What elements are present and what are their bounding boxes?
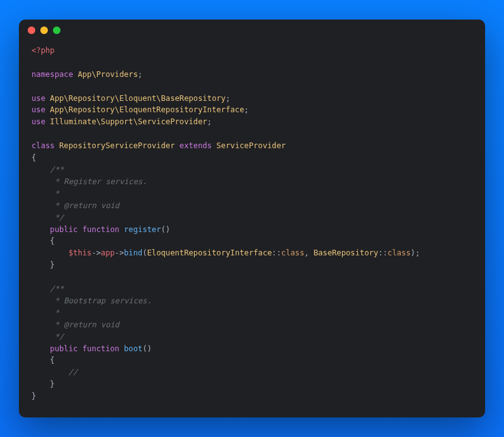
fn-register: register [124, 225, 161, 234]
kw-public: public [50, 225, 77, 234]
docblock-return: * @return void [50, 201, 119, 210]
docblock-open: /** [50, 284, 64, 293]
code-window: <?php namespace App\Providers; use App\R… [19, 20, 485, 417]
use-base-repository: App\Repository\Eloquent\BaseRepository [50, 94, 226, 103]
kw-use: use [32, 117, 45, 126]
close-icon[interactable] [28, 26, 35, 34]
use-service-provider: Illuminate\Support\ServiceProvider [50, 117, 207, 126]
kw-use: use [32, 105, 45, 114]
docblock-register: * Register services. [50, 177, 147, 186]
type-base-repository: BaseRepository [314, 248, 379, 257]
kw-extends: extends [180, 141, 212, 150]
empty-comment: // [69, 368, 78, 376]
maximize-icon[interactable] [53, 26, 60, 34]
type-eloquent-repo-interface: EloquentRepositoryInterface [147, 248, 272, 257]
fn-boot: boot [124, 344, 142, 353]
kw-public: public [50, 344, 77, 353]
php-open-tag: <?php [32, 46, 55, 55]
namespace-path: App\Providers [77, 70, 137, 79]
class-const: class [387, 248, 411, 257]
minimize-icon[interactable] [40, 26, 48, 34]
kw-use: use [32, 94, 45, 103]
class-const: class [281, 248, 304, 257]
kw-function: function [83, 344, 120, 353]
kw-namespace: namespace [32, 70, 73, 79]
use-eloquent-repo-interface: App\Repository\EloquentRepositoryInterfa… [50, 105, 244, 114]
docblock-bootstrap: * Bootstrap services. [50, 296, 151, 305]
var-this: $this [69, 248, 92, 257]
docblock-return: * @return void [50, 320, 119, 329]
class-name: RepositoryServiceProvider [59, 141, 175, 150]
fn-bind: bind [124, 248, 142, 257]
kw-function: function [83, 225, 120, 234]
window-titlebar [19, 20, 485, 41]
parent-class: ServiceProvider [217, 141, 286, 150]
kw-class: class [32, 141, 55, 150]
prop-app: app [101, 248, 115, 257]
docblock-open: /** [50, 165, 64, 174]
code-block: <?php namespace App\Providers; use App\R… [19, 41, 485, 417]
